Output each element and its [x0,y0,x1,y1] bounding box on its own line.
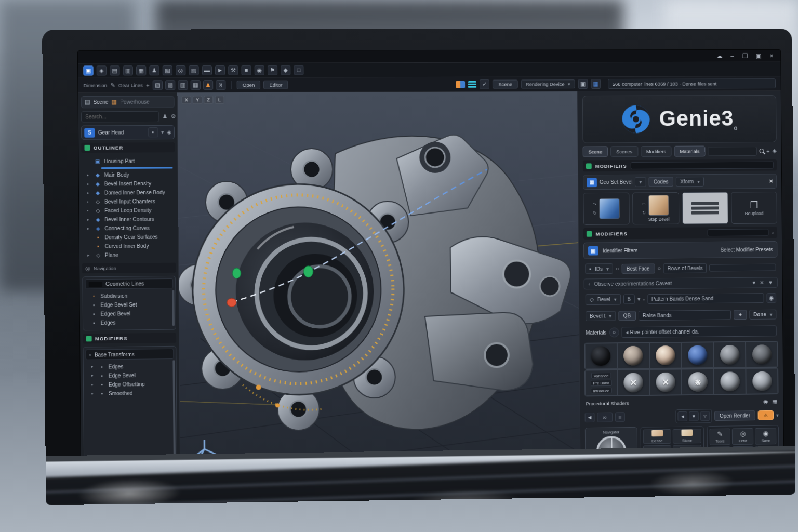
back-arrow-icon[interactable]: ◄ [585,413,595,422]
rows-field[interactable]: Rows of Bevels [663,263,707,273]
modifier-item[interactable]: ▾ ▪ Edge Offsetting [89,379,174,389]
material-sphere-worn[interactable]: ⋇ [682,369,714,395]
modifiers-input[interactable] [631,162,774,169]
axis-tab-z[interactable]: Z [204,96,213,104]
toolbar-box-icon[interactable]: ■ [241,65,251,75]
toolbar-doc-icon[interactable]: ▧ [163,65,172,75]
expand-icon[interactable]: ◈ [773,148,777,154]
pin-icon[interactable]: ◈ [167,129,171,136]
clear-icon[interactable]: ✕ [760,280,764,286]
tool-pen[interactable]: ✎ Tools [709,429,730,445]
checkbox-icon[interactable]: ✓ [480,79,489,89]
edge-icon[interactable]: ▥ [178,80,188,90]
face-icon[interactable]: ▦ [191,80,201,90]
settings-icon[interactable]: ⚙ [170,113,176,120]
user-icon[interactable]: ♟ [162,113,167,120]
thumb-preset[interactable] [682,192,728,224]
qb-button[interactable]: QB [618,311,636,321]
raise-bands-field[interactable]: Raise Bands [639,310,731,321]
tool-orbit[interactable]: ◎ Orbit [732,428,753,445]
mode-dropdown[interactable]: ▾ [635,177,646,187]
outliner-item[interactable]: ▸ ◆ Bevel Inner Contours [85,215,176,223]
outliner-item[interactable]: ▸ ◇ Plane [85,250,176,259]
xform-dropdown[interactable]: Xform▾ [676,177,704,187]
active-object-row[interactable]: S Gear Head ▪ ▾ ◈ [81,125,175,140]
box-icon[interactable]: ▫ [643,296,645,302]
toolbar-cursor-icon[interactable]: ► [215,65,225,75]
arrow-down-icon[interactable]: ▾ [689,411,699,421]
tab-scene[interactable]: Scene [583,146,608,157]
mask-icon[interactable]: ◉ [766,293,776,303]
loop-icon[interactable]: ∞ [597,413,613,422]
modifier-item[interactable]: ▾ ▪ Edges [89,362,174,371]
modifier-stack-header[interactable]: ▫ Base Transforms [86,349,174,360]
outliner-item[interactable]: ▪ ◇ Faced Loop Density [85,206,175,215]
toolbar-person-icon[interactable]: ♟ [149,65,159,75]
material-sphere-blue[interactable] [682,342,714,368]
axis-tab-l[interactable]: L [215,96,224,104]
toolbar-magnet-icon[interactable]: ◈ [97,65,107,75]
chevron-down-icon[interactable]: ▾ [776,413,779,418]
radio-icon[interactable]: ○ [657,265,661,271]
tab-modifiers[interactable]: Modifiers [641,146,672,157]
toolbar-cube-icon[interactable]: ▣ [83,65,94,75]
arrow-left-icon[interactable]: ◂ [677,411,687,421]
viewport-3d[interactable]: XYZL ↻ Rotate Sensor 1 / 64▾ ◈ 88 [177,91,580,491]
done-dropdown[interactable]: Done▾ [749,310,776,320]
gpu-icon[interactable]: ▦ [591,79,601,89]
toolbar-chat-icon[interactable]: ▬ [202,65,212,75]
close-icon[interactable]: × [770,52,774,59]
color-swatch-pair[interactable] [456,81,466,88]
group-item[interactable]: ▪ Edge Bevel Set [88,300,174,309]
material-sphere-gray[interactable] [713,342,746,368]
material-sphere-dark[interactable] [585,343,618,369]
best-face-button[interactable]: Best Face [621,263,655,273]
outliner-item[interactable]: ▸ ◆ Main Body [85,170,175,179]
layers-icon[interactable]: ▣ [756,52,762,59]
bevel-t-dropdown[interactable]: Bevel t▾ [586,311,616,321]
filter-icon[interactable]: ▼ [768,280,773,285]
toolbar-grid-icon[interactable]: ▨ [189,65,198,75]
back-icon[interactable]: ‹ [589,281,590,287]
vert-icon[interactable]: ▨ [165,80,175,90]
open-button[interactable]: Open [237,81,261,89]
rive-field[interactable]: ◂ Rive pointer offset channel da. [621,325,777,338]
material-sphere-tan[interactable] [617,343,649,369]
chevron-icon[interactable]: ▿ [700,411,710,421]
material-sphere-slate[interactable] [746,341,778,367]
toolbar-panel-icon[interactable]: ▥ [123,65,133,75]
outliner-item[interactable]: ▪ Curved Inner Body [85,241,176,250]
thumb-noise[interactable]: ↷↻ [583,193,630,225]
outliner-item[interactable]: ▸ ◆ Connecting Curves [85,223,176,232]
tab-scenes[interactable]: Scenes [610,146,638,157]
close-icon[interactable]: ✕ [769,178,773,184]
search-input[interactable] [81,111,159,123]
pattern-field[interactable]: Pattern Bands Dense Sand [647,293,764,304]
search-icon[interactable] [760,149,764,153]
axis-tab-x[interactable]: X [182,96,191,104]
alert-button[interactable]: ⚠ [758,410,774,420]
outliner-item[interactable]: ▪ Density Gear Surfaces [85,232,176,241]
outliner-header[interactable]: OUTLINER [81,142,175,153]
group-item[interactable]: ▫ Subdivision [88,291,174,300]
group-item[interactable]: ▪ Edges [88,317,174,327]
snap-icon[interactable]: ▧ [153,80,163,90]
value-field[interactable] [709,264,776,272]
add-icon[interactable]: + [766,148,769,154]
axis-tab-y[interactable]: Y [193,96,202,104]
plus-icon[interactable]: + [146,82,150,88]
thumb-reupload[interactable]: ❐ Reupload [731,192,777,224]
geometric-lines-header[interactable]: Geometric Lines [85,278,173,289]
record-icon[interactable]: ◉ [763,398,768,405]
material-sphere-worn[interactable]: ✕ [649,369,682,395]
open-render-button[interactable]: Open Render [714,410,755,421]
minimize-icon[interactable]: – [730,52,734,59]
rendering-device-dropdown[interactable]: Rendering Device▾ [521,79,575,88]
radio-icon[interactable]: ○ [616,265,619,272]
layer-lines-icon[interactable] [468,81,476,88]
material-sphere-worn[interactable]: ✕ [617,369,649,395]
toolbar-measure-icon[interactable]: ▤ [110,65,119,75]
b-field[interactable]: B [623,294,635,304]
toolbar-wrench-icon[interactable]: ⚒ [228,65,238,75]
modifier-item[interactable]: ▾ ▪ Smoothed [89,388,174,397]
